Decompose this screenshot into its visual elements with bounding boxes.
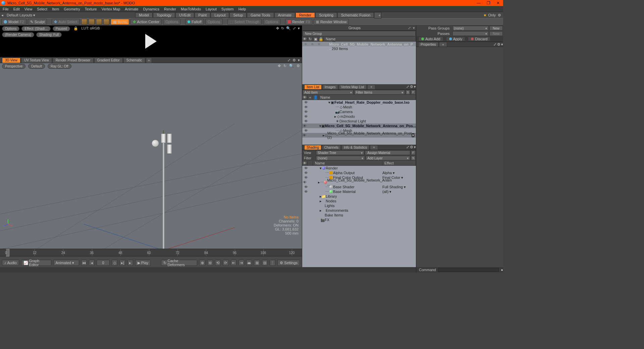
menu-select[interactable]: Select [37, 7, 47, 11]
lock-icon[interactable]: 🔒 [73, 26, 78, 31]
menu-item[interactable]: Item [52, 7, 59, 11]
minimize-button[interactable]: — [477, 1, 481, 5]
menu-render[interactable]: Render [164, 7, 176, 11]
menu-file[interactable]: File [3, 7, 9, 11]
mode-animate[interactable]: Animate [274, 12, 295, 18]
shading-tab-add[interactable]: ＋ [370, 145, 378, 150]
shader-row[interactable]: ▸ Environments [302, 208, 416, 213]
itemlist-tab-0[interactable]: Item List [304, 85, 322, 89]
shader-row[interactable]: Bake Items [302, 213, 416, 217]
command-icon[interactable]: ● [501, 268, 503, 272]
shading-expand-icon[interactable]: ⤢ [406, 145, 409, 149]
menu-icon[interactable]: ▾ [298, 26, 300, 31]
options-3[interactable]: Options [263, 19, 280, 25]
preview-effect[interactable]: Effect: (Shadi... [21, 26, 50, 31]
only-label[interactable]: Only [488, 13, 496, 17]
search-icon[interactable]: 🔍 [286, 26, 291, 31]
tl-ic1[interactable]: ⊕ [199, 260, 205, 266]
mode-scripting[interactable]: Scripting [315, 12, 337, 18]
shader-row[interactable]: 👁▸ ⋯ Micro_Cell_5G_Mobile_Network_Anten … [302, 180, 416, 185]
filter-items[interactable]: Filter Items [354, 90, 405, 95]
model-tool[interactable]: ModelF2 [1, 19, 26, 25]
sel-mode-edge[interactable] [89, 19, 95, 25]
preview-options[interactable]: Options [2, 26, 19, 31]
item-row[interactable]: 👁 📷 Camera [302, 109, 416, 114]
preview-camera[interactable]: (Render Camera) [2, 32, 34, 37]
apply-button[interactable]: Apply [446, 37, 466, 41]
menu-maxtomodo[interactable]: MaxToModo [181, 7, 201, 11]
layout-prev[interactable]: ◂ [0, 13, 5, 17]
falloff[interactable]: Falloff [185, 19, 204, 25]
play-start[interactable]: ▸| [119, 260, 125, 266]
sh-vis-col[interactable]: 👁 [302, 161, 308, 165]
action-center[interactable]: ✥Action Center [130, 19, 162, 25]
shader-row[interactable]: ▸ Nodes [302, 199, 416, 203]
shader-row[interactable]: 👁 ⋯ Base Material(all) ▾ [302, 189, 416, 194]
add-item-dropdown[interactable]: Add Item [303, 90, 354, 95]
refresh-icon[interactable]: ↻ [281, 26, 284, 31]
il-name-col[interactable]: Name [318, 95, 416, 100]
audio-button[interactable]: ♪ Audio [2, 260, 19, 266]
itemlist-tab-1[interactable]: Images [322, 85, 338, 89]
menu-view[interactable]: View [24, 7, 33, 11]
mode-schematicfusion[interactable]: Schematic Fusion [337, 12, 374, 18]
tl-ic9[interactable]: ⊟ [262, 260, 268, 266]
tl-ic6[interactable]: ⇥ [238, 260, 244, 266]
options-1[interactable]: Options [163, 19, 180, 25]
move-icon[interactable]: ✥ [276, 26, 279, 31]
item-row[interactable]: 👁 ☀ Directional Light [302, 119, 416, 123]
cache-deformers[interactable]: ↻ Cache Deformers [161, 260, 197, 266]
layout-dropdown[interactable]: Default Layouts ▾ [5, 13, 38, 17]
discard-button[interactable]: Discard [468, 37, 490, 41]
first-frame[interactable]: ⏮ [81, 260, 87, 266]
shader-row[interactable]: Lights [302, 203, 416, 208]
viewtab-1[interactable]: UV Texture View [21, 58, 52, 63]
viewtab-3[interactable]: Gradient Editor [94, 58, 123, 63]
sh-effect-col[interactable]: Effect [382, 161, 416, 165]
item-row[interactable]: 👁▸ ◇ m2modo [302, 114, 416, 119]
pass-groups-dd[interactable]: (none) [452, 26, 489, 31]
vt-gear-icon[interactable]: ⚙ [292, 58, 296, 62]
sh-name-col[interactable]: Name [313, 161, 382, 165]
assign-f[interactable]: F [411, 150, 416, 155]
itemlist-expand-icon[interactable]: ⤢ [406, 85, 409, 89]
sel-mode-vertex[interactable] [81, 19, 87, 25]
tl-ic10[interactable]: ⋮ [270, 260, 275, 266]
groups-lock-col[interactable]: 🔒 [318, 37, 324, 41]
menu-help[interactable]: Help [238, 7, 246, 11]
group-item[interactable]: ○○○ ▾ ▣ Micro_Cell_5G_Mobile_Network_Ant… [302, 42, 416, 46]
viewtab-0[interactable]: 3D View [2, 58, 20, 63]
il-col3[interactable]: 👤 [313, 95, 318, 100]
filter-dropdown[interactable]: (none) [316, 156, 365, 160]
select-through[interactable]: ⬚Select Through [227, 19, 262, 25]
sel-mode-poly[interactable] [96, 19, 102, 25]
itemlist-gear-icon[interactable]: ⚙ [410, 85, 413, 89]
preview-shading[interactable]: Shading: Full [36, 32, 62, 37]
viewport-3d[interactable]: Perspective Default Ray GL: Off ✥ ↻ 🔍 ⚙ [0, 63, 302, 249]
tl-ic5[interactable]: ⇤ [231, 260, 236, 266]
timeline-settings[interactable]: ⚙ Settings [277, 260, 300, 266]
preview-paused[interactable]: Paused [53, 26, 70, 31]
vt-expand-icon[interactable]: ⤢ [287, 58, 290, 62]
mode-uvedit[interactable]: UVEdit [175, 12, 194, 18]
shading-tab-2[interactable]: Info & Statistics [341, 145, 369, 150]
filter-f[interactable]: F [411, 90, 416, 95]
item-row[interactable]: 👁▾ ▣ Micro_Cell_5G_Mobile_Network_Antenn… [302, 123, 416, 128]
layer-s[interactable]: S [411, 156, 416, 160]
graph-editor-button[interactable]: 📈 Graph Editor [21, 260, 51, 266]
shading-tab-1[interactable]: Channels [322, 145, 341, 150]
groups-vis-col[interactable]: 👁 [302, 37, 308, 41]
assign-material[interactable]: Assign Material [365, 150, 410, 155]
props-expand-icon[interactable]: ⤢ [493, 42, 496, 47]
add-layer[interactable]: Add Layer [366, 156, 410, 160]
itemlist-tab-2[interactable]: Vertex Map List [339, 85, 367, 89]
mode-model[interactable]: Model [135, 12, 153, 18]
tl-ic4[interactable]: ⟳ [223, 260, 228, 266]
viewtab-add[interactable]: ＋ [146, 58, 152, 63]
render-window[interactable]: ⊞Render Window [314, 19, 349, 25]
menu-texture[interactable]: Texture [85, 7, 97, 11]
groups-name-col[interactable]: Name [324, 37, 416, 41]
tl-ic2[interactable]: ⊖ [207, 260, 213, 266]
mode-setup[interactable]: Setup [229, 12, 247, 18]
shader-row[interactable]: 🎬 FX [302, 217, 416, 222]
